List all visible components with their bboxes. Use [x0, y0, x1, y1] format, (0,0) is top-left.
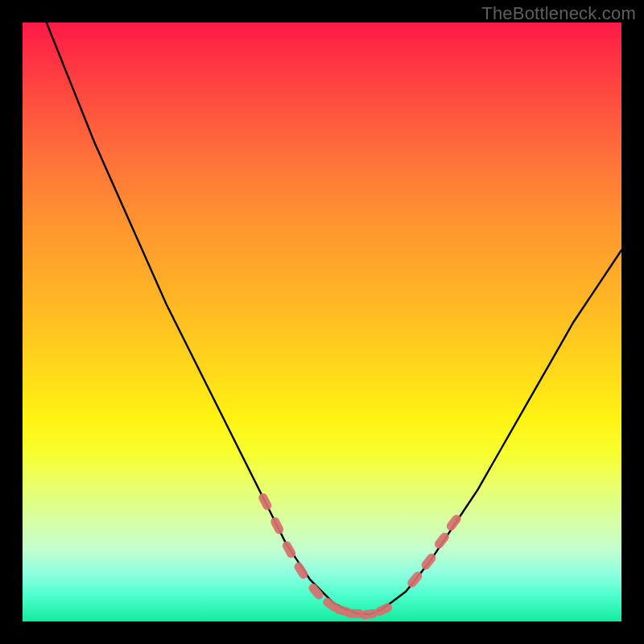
svg-rect-3: [292, 561, 309, 580]
svg-rect-1: [269, 516, 285, 536]
chart-frame: TheBottleneck.com: [0, 0, 644, 644]
curve-marker: [269, 516, 285, 536]
plot-area: [23, 23, 621, 621]
svg-rect-0: [257, 492, 273, 512]
marker-layer: [257, 492, 462, 620]
curve-marker: [257, 492, 273, 512]
curve-line: [47, 23, 621, 614]
chart-svg: [23, 23, 621, 621]
watermark-text: TheBottleneck.com: [481, 3, 636, 24]
bottleneck-curve: [47, 23, 621, 614]
curve-marker: [292, 561, 309, 580]
